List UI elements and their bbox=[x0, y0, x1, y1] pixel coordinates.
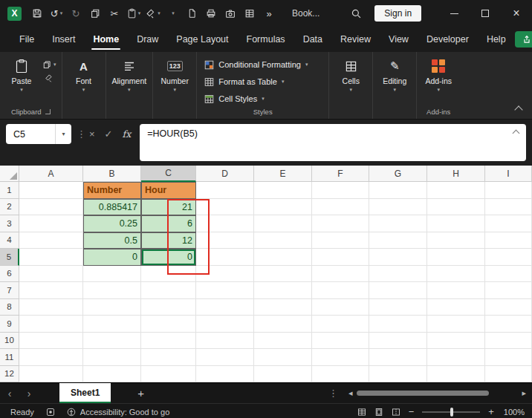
cell-D2[interactable] bbox=[196, 199, 254, 216]
row-header-12[interactable]: 12 bbox=[0, 366, 19, 383]
cell-D6[interactable] bbox=[196, 266, 254, 283]
cell-A6[interactable] bbox=[19, 266, 83, 283]
row-header-7[interactable]: 7 bbox=[0, 282, 19, 299]
column-header-F[interactable]: F bbox=[312, 166, 369, 182]
cell-C2[interactable]: 21 bbox=[141, 199, 196, 216]
cell-D4[interactable] bbox=[196, 232, 254, 249]
column-header-H[interactable]: H bbox=[427, 166, 485, 182]
cell-G12[interactable] bbox=[369, 366, 427, 383]
cell-H11[interactable] bbox=[427, 349, 485, 366]
cell-E8[interactable] bbox=[254, 299, 312, 316]
cell-E4[interactable] bbox=[254, 232, 312, 249]
cell-D8[interactable] bbox=[196, 299, 254, 316]
cell-H6[interactable] bbox=[427, 266, 485, 283]
cell-C1[interactable]: Hour bbox=[141, 182, 196, 199]
page-break-view-icon[interactable] bbox=[392, 408, 400, 417]
alignment-button[interactable]: Alignment ▾ bbox=[109, 54, 150, 92]
cell-F4[interactable] bbox=[312, 232, 369, 249]
normal-view-icon[interactable] bbox=[357, 408, 366, 417]
tab-home[interactable]: Home bbox=[84, 27, 128, 52]
quick-access-dropdown-icon[interactable]: ▾ bbox=[163, 4, 182, 23]
collapse-ribbon-icon[interactable] bbox=[514, 105, 522, 114]
horizontal-scrollbar[interactable]: ◂ ▸ bbox=[348, 388, 526, 398]
row-header-5[interactable]: 5 bbox=[0, 249, 19, 266]
prev-sheet-icon[interactable]: ‹ bbox=[0, 388, 19, 399]
cell-I5[interactable] bbox=[485, 249, 532, 266]
row-header-4[interactable]: 4 bbox=[0, 232, 19, 249]
cell-I12[interactable] bbox=[485, 366, 532, 383]
cell-E10[interactable] bbox=[254, 333, 312, 350]
cell-F5[interactable] bbox=[312, 249, 369, 266]
cell-A5[interactable] bbox=[19, 249, 83, 266]
cell-I11[interactable] bbox=[485, 349, 532, 366]
cell-I7[interactable] bbox=[485, 282, 532, 299]
tab-draw[interactable]: Draw bbox=[128, 27, 167, 52]
cell-F10[interactable] bbox=[312, 333, 369, 350]
cell-I2[interactable] bbox=[485, 199, 532, 216]
cell-B6[interactable] bbox=[83, 266, 141, 283]
cell-F11[interactable] bbox=[312, 349, 369, 366]
sheet-tab-sheet1[interactable]: Sheet1 bbox=[59, 383, 111, 403]
cell-H9[interactable] bbox=[427, 316, 485, 333]
close-button[interactable]: × bbox=[501, 0, 532, 27]
cell-I10[interactable] bbox=[485, 333, 532, 350]
cell-G10[interactable] bbox=[369, 333, 427, 350]
accessibility-icon[interactable] bbox=[67, 408, 76, 417]
format-painter-icon[interactable]: ▾ bbox=[143, 4, 163, 23]
cell-D5[interactable] bbox=[196, 249, 254, 266]
cell-D9[interactable] bbox=[196, 316, 254, 333]
cell-F7[interactable] bbox=[312, 282, 369, 299]
paste-icon[interactable]: ▾ bbox=[124, 4, 143, 23]
tab-review[interactable]: Review bbox=[331, 27, 380, 52]
scroll-left-icon[interactable]: ◂ bbox=[348, 388, 353, 398]
cell-C12[interactable] bbox=[141, 366, 196, 383]
redo-icon[interactable]: ↻ bbox=[66, 4, 85, 23]
cell-H2[interactable] bbox=[427, 199, 485, 216]
copy-button[interactable]: ▾ bbox=[42, 60, 56, 69]
cell-B4[interactable]: 0.5 bbox=[83, 232, 141, 249]
maximize-button[interactable] bbox=[470, 0, 501, 27]
cell-A3[interactable] bbox=[19, 215, 83, 232]
cell-A7[interactable] bbox=[19, 282, 83, 299]
addins-button[interactable]: Add-ins ▾ bbox=[420, 54, 457, 92]
paste-button[interactable]: Paste ▾ bbox=[3, 54, 40, 92]
zoom-level[interactable]: 100% bbox=[504, 408, 525, 417]
cell-E2[interactable] bbox=[254, 199, 312, 216]
cell-B2[interactable]: 0.885417 bbox=[83, 199, 141, 216]
name-box[interactable]: C5 ▾ bbox=[6, 124, 71, 144]
cell-C5[interactable]: 0 bbox=[141, 249, 196, 266]
cell-B3[interactable]: 0.25 bbox=[83, 215, 141, 232]
conditional-formatting-button[interactable]: Conditional Formatting ▾ bbox=[204, 57, 321, 72]
cell-C8[interactable] bbox=[141, 299, 196, 316]
minimize-button[interactable] bbox=[438, 0, 470, 27]
column-header-E[interactable]: E bbox=[254, 166, 312, 182]
next-sheet-icon[interactable]: › bbox=[19, 388, 39, 399]
cell-B12[interactable] bbox=[83, 366, 141, 383]
cell-I3[interactable] bbox=[485, 215, 532, 232]
expand-formula-bar-icon[interactable] bbox=[513, 130, 520, 137]
zoom-slider-thumb[interactable] bbox=[450, 408, 453, 417]
cell-C6[interactable] bbox=[141, 266, 196, 283]
cell-G6[interactable] bbox=[369, 266, 427, 283]
cell-A4[interactable] bbox=[19, 232, 83, 249]
cells-button[interactable]: Cells ▾ bbox=[332, 54, 369, 92]
scrollbar-thumb[interactable] bbox=[357, 391, 489, 396]
cell-B10[interactable] bbox=[83, 333, 141, 350]
formula-input[interactable]: =HOUR(B5) bbox=[140, 124, 526, 161]
cell-D12[interactable] bbox=[196, 366, 254, 383]
cell-E3[interactable] bbox=[254, 215, 312, 232]
zoom-out-icon[interactable]: − bbox=[409, 406, 415, 417]
cell-H5[interactable] bbox=[427, 249, 485, 266]
cell-F9[interactable] bbox=[312, 316, 369, 333]
sheet-options-icon[interactable]: ⋮ bbox=[328, 388, 338, 399]
cell-G9[interactable] bbox=[369, 316, 427, 333]
cell-I9[interactable] bbox=[485, 316, 532, 333]
macro-record-icon[interactable] bbox=[46, 408, 55, 417]
cell-F2[interactable] bbox=[312, 199, 369, 216]
chevron-down-icon[interactable]: ▾ bbox=[55, 124, 71, 144]
row-header-9[interactable]: 9 bbox=[0, 316, 19, 333]
cell-G3[interactable] bbox=[369, 215, 427, 232]
zoom-slider[interactable] bbox=[422, 411, 480, 413]
cell-D11[interactable] bbox=[196, 349, 254, 366]
row-header-3[interactable]: 3 bbox=[0, 215, 19, 232]
